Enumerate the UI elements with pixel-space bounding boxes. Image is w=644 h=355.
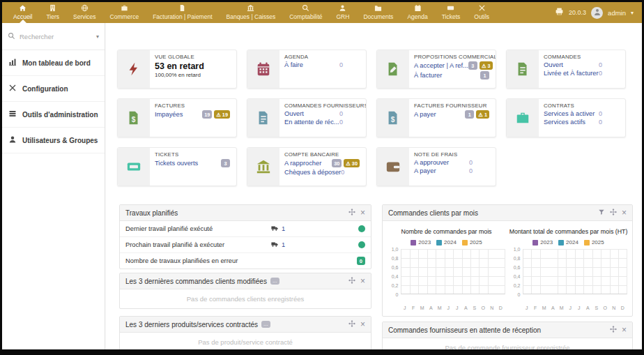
stat-box-title: COMMANDES FOURNISSEURS <box>284 103 361 109</box>
menu-tab-commerce[interactable]: Commerce <box>103 2 146 23</box>
stat-link[interactable]: Services actifs <box>544 119 585 126</box>
legend-item[interactable]: 2024 <box>436 239 457 246</box>
bank-icon <box>247 4 254 12</box>
y-tick: 0 <box>388 294 401 303</box>
stat-link[interactable]: Tickets ouverts <box>155 160 198 167</box>
sidebar-item-mon-tableau-de-bord[interactable]: Mon tableau de bord <box>2 50 105 76</box>
stat-link[interactable]: A payer <box>414 167 436 174</box>
stat-box-contrats[interactable]: CONTRATSServices à activer0Services acti… <box>506 98 626 137</box>
sidebar: ▾ Mon tableau de bordConfigurationOutils… <box>2 23 105 349</box>
stat-value: 0 <box>341 169 344 176</box>
menu-tab-label: Tickets <box>442 13 461 20</box>
cronjob-count-link[interactable]: 1 <box>282 225 285 232</box>
move-icon[interactable] <box>348 209 355 217</box>
panel-travaux-planifies: Travaux planifiés × Dernier travail plan… <box>119 204 371 269</box>
legend-item[interactable]: 2025 <box>584 239 604 246</box>
stat-box-compte-bancaire[interactable]: COMPTE BANCAIREA rapprocher30⚠ 30Chèques… <box>247 147 367 186</box>
stat-badges: 3 <box>221 159 230 167</box>
stat-link[interactable]: À facturer <box>414 72 442 79</box>
print-icon[interactable] <box>555 6 564 19</box>
error-count-badge: 0 <box>357 257 365 265</box>
avatar[interactable] <box>591 7 603 19</box>
user-menu-caret-icon[interactable]: ▾ <box>631 10 634 16</box>
menu-tab-label: Comptabilité <box>289 13 322 20</box>
stat-link[interactable]: Livrée et À facturer <box>544 70 599 77</box>
menu-tab-facturation-paiement[interactable]: Facturation | Paiement <box>146 2 219 23</box>
close-icon[interactable]: × <box>360 321 365 328</box>
menu-tab-outils[interactable]: Outils <box>467 2 496 23</box>
stat-box-commandes-fournisseurs[interactable]: COMMANDES FOURNISSEURSOuvert0En attente … <box>247 98 367 137</box>
stat-link[interactable]: À faire <box>284 61 303 68</box>
username-label: admin <box>608 9 626 17</box>
menu-tab-grh[interactable]: GRH <box>329 2 356 23</box>
sidebar-item-configuration[interactable]: Configuration <box>2 76 105 102</box>
filter-icon[interactable] <box>598 209 605 217</box>
search-input[interactable] <box>20 33 82 40</box>
menu-tab-agenda[interactable]: Agenda <box>400 2 434 23</box>
legend-item[interactable]: 2023 <box>532 239 553 246</box>
stat-box-factures-fournisseur[interactable]: $FACTURES FOURNISSEURA payer1⚠ 1 <box>376 98 496 137</box>
close-icon[interactable]: × <box>622 209 627 216</box>
stat-link[interactable]: Ouvert <box>284 110 304 117</box>
stat-link[interactable]: A approuver <box>414 159 449 166</box>
stat-box-tickets[interactable]: TICKETSTickets ouverts3 <box>117 147 237 186</box>
stat-box-body: FACTURESImpayées19⚠ 19 <box>150 99 236 137</box>
stat-value: 0 <box>339 61 343 68</box>
legend-item[interactable]: 2025 <box>462 239 482 246</box>
search-caret-icon[interactable]: ▾ <box>96 33 99 40</box>
chart-icon <box>8 58 17 68</box>
close-icon[interactable]: × <box>622 326 627 333</box>
y-tick: 0,2 <box>388 285 401 294</box>
stat-box-commandes[interactable]: COMMANDESOuvert0Livrée et À facturer0 <box>506 50 626 89</box>
menu-tab-documents[interactable]: Documents <box>356 2 400 23</box>
stat-box-vue-globale[interactable]: VUE GLOBALE53 en retard100,00% en retard <box>117 50 237 89</box>
stat-value: 0 <box>599 119 602 126</box>
close-icon[interactable]: × <box>360 278 365 285</box>
stat-link[interactable]: Services à activer <box>544 110 595 117</box>
close-icon[interactable]: × <box>360 209 365 216</box>
sidebar-item-utilisateurs-groupes[interactable]: Utilisateurs & Groupes <box>2 128 105 153</box>
ellipsis-badge[interactable]: ... <box>261 321 270 328</box>
sidebar-item-label: Outils d'administration <box>22 111 98 119</box>
stat-box-body: TICKETSTickets ouverts3 <box>150 148 236 186</box>
count-badge: 1 <box>465 110 474 119</box>
stat-link[interactable]: En attente de réc... <box>284 119 339 126</box>
menu-tab-comptabilit-[interactable]: Comptabilité <box>282 2 329 23</box>
sidebar-item-outils-d-administration[interactable]: Outils d'administration <box>2 102 105 128</box>
menu-tab-accueil[interactable]: Accueil <box>6 2 39 23</box>
chart-title: Montant total de commandes par mois (HT) <box>509 228 628 235</box>
stat-link[interactable]: Chèques à déposer <box>284 169 341 176</box>
stat-box-line: À facturer1 <box>414 71 491 80</box>
menu-tab-services[interactable]: Services <box>66 2 103 23</box>
stat-link[interactable]: Impayées <box>155 111 183 118</box>
stat-box-main-value: 53 en retard <box>155 61 231 71</box>
move-icon[interactable] <box>610 209 617 217</box>
stat-box-propositions-commercial-[interactable]: PROPOSITIONS COMMERCIAL...A accepter | A… <box>376 50 496 89</box>
search-box[interactable]: ▾ <box>2 23 105 50</box>
file-dollar-icon: $ <box>118 99 150 137</box>
count-badge: 19 <box>202 110 212 119</box>
move-icon[interactable] <box>348 277 355 285</box>
stat-box-factures[interactable]: $FACTURESImpayées19⚠ 19 <box>117 98 237 137</box>
stat-link[interactable]: A payer <box>414 111 436 118</box>
cronjob-count-link[interactable]: 1 <box>282 241 285 248</box>
stat-box-agenda[interactable]: AGENDAÀ faire0 <box>247 50 367 89</box>
stat-link[interactable]: Ouvert <box>544 61 563 68</box>
charts-area: Nombre de commandes par mois202320242025… <box>383 221 632 316</box>
panel-title: Les 3 dernières commandes clients modifi… <box>125 278 267 285</box>
legend-item[interactable]: 2024 <box>558 239 578 246</box>
move-icon[interactable] <box>348 320 355 328</box>
stat-link[interactable]: A accepter | A ref... <box>414 62 468 69</box>
move-icon[interactable] <box>610 326 617 334</box>
y-axis-ticks: 1,00,80,60,40,20 <box>510 249 523 303</box>
stat-box-note-de-frais[interactable]: NOTE DE FRAISA approuver0A payer0 <box>376 147 496 186</box>
menu-tab-banques-caisses[interactable]: Banques | Caisses <box>220 2 283 23</box>
menu-tab-tiers[interactable]: Tiers <box>39 2 66 23</box>
svg-text:$: $ <box>132 116 136 123</box>
stat-box-title: VUE GLOBALE <box>155 54 231 60</box>
ellipsis-badge[interactable]: ... <box>270 278 279 285</box>
menu-tab-tickets[interactable]: Tickets <box>435 2 468 23</box>
menu-tab-label: GRH <box>336 13 349 20</box>
stat-link[interactable]: A rapprocher <box>284 160 321 167</box>
legend-item[interactable]: 2023 <box>411 239 431 246</box>
